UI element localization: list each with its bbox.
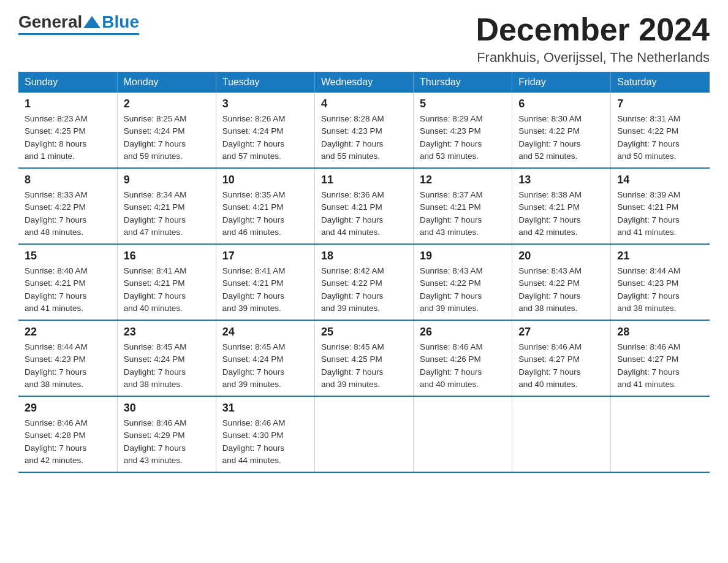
calendar-week-row: 15 Sunrise: 8:40 AMSunset: 4:21 PMDaylig…	[18, 244, 710, 320]
day-info: Sunrise: 8:45 AMSunset: 4:24 PMDaylight:…	[124, 341, 210, 391]
calendar-cell: 7 Sunrise: 8:31 AMSunset: 4:22 PMDayligh…	[611, 93, 710, 168]
header-monday: Monday	[117, 72, 216, 93]
day-number: 10	[222, 174, 308, 186]
day-number: 27	[518, 326, 604, 339]
day-number: 26	[420, 326, 506, 339]
day-info: Sunrise: 8:28 AMSunset: 4:23 PMDaylight:…	[321, 113, 407, 163]
title-section: December 2024 Frankhuis, Overijssel, The…	[476, 12, 710, 66]
day-number: 1	[25, 98, 111, 110]
calendar-cell: 9 Sunrise: 8:34 AMSunset: 4:21 PMDayligh…	[117, 168, 216, 244]
header-tuesday: Tuesday	[216, 72, 314, 93]
day-info: Sunrise: 8:29 AMSunset: 4:23 PMDaylight:…	[420, 113, 506, 163]
logo-blue-text: Blue	[102, 12, 139, 32]
calendar-cell: 19 Sunrise: 8:43 AMSunset: 4:22 PMDaylig…	[414, 244, 512, 320]
day-info: Sunrise: 8:44 AMSunset: 4:23 PMDaylight:…	[617, 265, 703, 315]
day-number: 5	[420, 98, 506, 110]
day-number: 17	[222, 250, 308, 262]
calendar-cell: 27 Sunrise: 8:46 AMSunset: 4:27 PMDaylig…	[512, 320, 611, 396]
day-number: 4	[321, 98, 407, 110]
day-number: 18	[321, 250, 407, 262]
day-info: Sunrise: 8:43 AMSunset: 4:22 PMDaylight:…	[518, 265, 604, 315]
header-wednesday: Wednesday	[314, 72, 413, 93]
day-info: Sunrise: 8:46 AMSunset: 4:26 PMDaylight:…	[420, 341, 506, 391]
day-info: Sunrise: 8:46 AMSunset: 4:27 PMDaylight:…	[617, 341, 703, 391]
calendar-cell	[414, 396, 512, 472]
day-number: 12	[420, 174, 506, 186]
calendar-cell: 17 Sunrise: 8:41 AMSunset: 4:21 PMDaylig…	[216, 244, 314, 320]
calendar-cell: 16 Sunrise: 8:41 AMSunset: 4:21 PMDaylig…	[117, 244, 216, 320]
day-info: Sunrise: 8:23 AMSunset: 4:25 PMDaylight:…	[25, 113, 111, 163]
calendar-week-row: 22 Sunrise: 8:44 AMSunset: 4:23 PMDaylig…	[18, 320, 710, 396]
day-info: Sunrise: 8:46 AMSunset: 4:30 PMDaylight:…	[222, 417, 308, 467]
calendar-week-row: 8 Sunrise: 8:33 AMSunset: 4:22 PMDayligh…	[18, 168, 710, 244]
month-title: December 2024	[476, 12, 710, 47]
calendar-week-row: 29 Sunrise: 8:46 AMSunset: 4:28 PMDaylig…	[18, 396, 710, 472]
calendar-cell: 6 Sunrise: 8:30 AMSunset: 4:22 PMDayligh…	[512, 93, 611, 168]
day-info: Sunrise: 8:40 AMSunset: 4:21 PMDaylight:…	[25, 265, 111, 315]
header-row: Sunday Monday Tuesday Wednesday Thursday…	[18, 72, 710, 93]
day-number: 21	[617, 250, 703, 262]
calendar-cell: 25 Sunrise: 8:45 AMSunset: 4:25 PMDaylig…	[314, 320, 413, 396]
calendar-table: Sunday Monday Tuesday Wednesday Thursday…	[18, 72, 710, 473]
day-number: 24	[222, 326, 308, 339]
day-info: Sunrise: 8:26 AMSunset: 4:24 PMDaylight:…	[222, 113, 308, 163]
calendar-cell: 4 Sunrise: 8:28 AMSunset: 4:23 PMDayligh…	[314, 93, 413, 168]
calendar-header: Sunday Monday Tuesday Wednesday Thursday…	[18, 72, 710, 93]
day-number: 29	[25, 402, 111, 415]
day-info: Sunrise: 8:30 AMSunset: 4:22 PMDaylight:…	[518, 113, 604, 163]
calendar-week-row: 1 Sunrise: 8:23 AMSunset: 4:25 PMDayligh…	[18, 93, 710, 168]
day-number: 3	[222, 98, 308, 110]
day-number: 11	[321, 174, 407, 186]
calendar-cell: 21 Sunrise: 8:44 AMSunset: 4:23 PMDaylig…	[611, 244, 710, 320]
day-number: 6	[518, 98, 604, 110]
calendar-cell: 30 Sunrise: 8:46 AMSunset: 4:29 PMDaylig…	[117, 396, 216, 472]
calendar-cell: 8 Sunrise: 8:33 AMSunset: 4:22 PMDayligh…	[18, 168, 117, 244]
calendar-cell: 15 Sunrise: 8:40 AMSunset: 4:21 PMDaylig…	[18, 244, 117, 320]
calendar-cell: 11 Sunrise: 8:36 AMSunset: 4:21 PMDaylig…	[314, 168, 413, 244]
day-info: Sunrise: 8:39 AMSunset: 4:21 PMDaylight:…	[617, 189, 703, 239]
day-info: Sunrise: 8:41 AMSunset: 4:21 PMDaylight:…	[222, 265, 308, 315]
calendar-cell	[611, 396, 710, 472]
header-sunday: Sunday	[18, 72, 117, 93]
day-info: Sunrise: 8:31 AMSunset: 4:22 PMDaylight:…	[617, 113, 703, 163]
day-info: Sunrise: 8:46 AMSunset: 4:27 PMDaylight:…	[518, 341, 604, 391]
day-info: Sunrise: 8:42 AMSunset: 4:22 PMDaylight:…	[321, 265, 407, 315]
calendar-cell: 5 Sunrise: 8:29 AMSunset: 4:23 PMDayligh…	[414, 93, 512, 168]
day-number: 23	[124, 326, 210, 339]
day-info: Sunrise: 8:35 AMSunset: 4:21 PMDaylight:…	[222, 189, 308, 239]
calendar-cell: 14 Sunrise: 8:39 AMSunset: 4:21 PMDaylig…	[611, 168, 710, 244]
day-info: Sunrise: 8:36 AMSunset: 4:21 PMDaylight:…	[321, 189, 407, 239]
calendar-cell: 31 Sunrise: 8:46 AMSunset: 4:30 PMDaylig…	[216, 396, 314, 472]
calendar-cell: 28 Sunrise: 8:46 AMSunset: 4:27 PMDaylig…	[611, 320, 710, 396]
day-number: 28	[617, 326, 703, 339]
header-thursday: Thursday	[414, 72, 512, 93]
day-info: Sunrise: 8:45 AMSunset: 4:24 PMDaylight:…	[222, 341, 308, 391]
day-number: 20	[518, 250, 604, 262]
day-number: 13	[518, 174, 604, 186]
day-number: 31	[222, 402, 308, 415]
day-number: 8	[25, 174, 111, 186]
location-subtitle: Frankhuis, Overijssel, The Netherlands	[476, 50, 710, 66]
logo-general-text: General	[18, 12, 82, 32]
day-number: 19	[420, 250, 506, 262]
day-info: Sunrise: 8:25 AMSunset: 4:24 PMDaylight:…	[124, 113, 210, 163]
day-info: Sunrise: 8:37 AMSunset: 4:21 PMDaylight:…	[420, 189, 506, 239]
day-info: Sunrise: 8:46 AMSunset: 4:29 PMDaylight:…	[124, 417, 210, 467]
calendar-cell: 10 Sunrise: 8:35 AMSunset: 4:21 PMDaylig…	[216, 168, 314, 244]
day-number: 7	[617, 98, 703, 110]
day-info: Sunrise: 8:38 AMSunset: 4:21 PMDaylight:…	[518, 189, 604, 239]
logo-triangle-icon	[83, 16, 100, 28]
day-number: 15	[25, 250, 111, 262]
calendar-body: 1 Sunrise: 8:23 AMSunset: 4:25 PMDayligh…	[18, 93, 710, 472]
day-info: Sunrise: 8:41 AMSunset: 4:21 PMDaylight:…	[124, 265, 210, 315]
calendar-cell	[314, 396, 413, 472]
calendar-cell: 1 Sunrise: 8:23 AMSunset: 4:25 PMDayligh…	[18, 93, 117, 168]
day-info: Sunrise: 8:45 AMSunset: 4:25 PMDaylight:…	[321, 341, 407, 391]
logo-underline	[18, 33, 139, 35]
day-number: 16	[124, 250, 210, 262]
day-info: Sunrise: 8:34 AMSunset: 4:21 PMDaylight:…	[124, 189, 210, 239]
calendar-cell: 18 Sunrise: 8:42 AMSunset: 4:22 PMDaylig…	[314, 244, 413, 320]
calendar-cell: 24 Sunrise: 8:45 AMSunset: 4:24 PMDaylig…	[216, 320, 314, 396]
logo: General Blue	[18, 12, 139, 35]
day-number: 9	[124, 174, 210, 186]
